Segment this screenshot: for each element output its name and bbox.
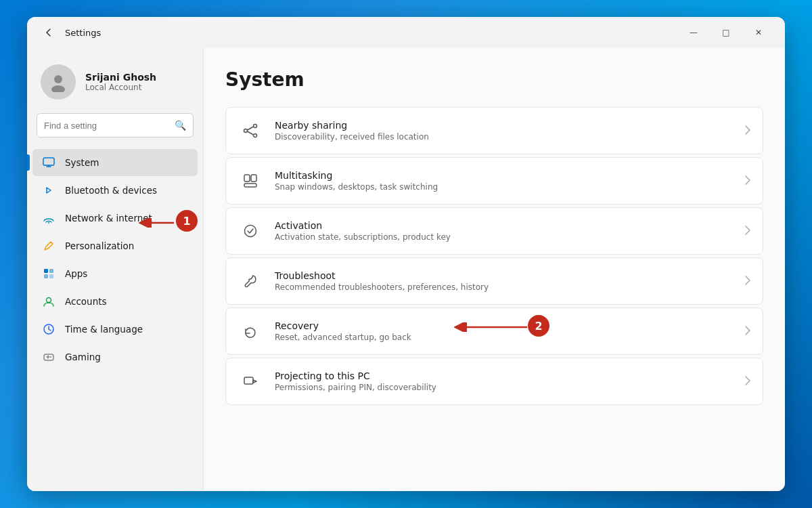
maximize-button[interactable]: □ [710, 22, 742, 43]
activation-title: Activation [275, 220, 733, 231]
multitasking-text: MultitaskingSnap windows, desktops, task… [275, 170, 733, 192]
settings-item-recovery[interactable]: RecoveryReset, advanced startup, go back [225, 308, 763, 355]
sidebar-item-apps[interactable]: Apps [32, 260, 198, 287]
nearby-sharing-text: Nearby sharingDiscoverability, received … [275, 120, 733, 142]
sidebar: Srijani Ghosh Local Account 🔍 SystemBlue… [27, 48, 203, 491]
troubleshoot-chevron [745, 276, 750, 287]
sidebar-item-accounts[interactable]: Accounts [32, 288, 198, 315]
svg-rect-5 [49, 269, 53, 273]
troubleshoot-icon [238, 269, 263, 293]
sidebar-item-system[interactable]: System [32, 149, 198, 176]
recovery-chevron [745, 326, 750, 337]
svg-point-13 [254, 134, 257, 137]
search-box[interactable]: 🔍 [37, 113, 194, 137]
sidebar-item-network[interactable]: Network & internet [32, 205, 198, 232]
main-content: Srijani Ghosh Local Account 🔍 SystemBlue… [27, 48, 785, 491]
user-section: Srijani Ghosh Local Account [27, 56, 203, 113]
settings-item-troubleshoot[interactable]: TroubleshootRecommended troubleshooters,… [225, 257, 763, 305]
svg-rect-6 [44, 274, 48, 278]
svg-point-18 [245, 226, 256, 237]
network-icon [42, 211, 55, 225]
svg-point-11 [50, 356, 51, 358]
search-icon: 🔍 [175, 120, 186, 131]
gaming-icon [42, 350, 55, 364]
personalization-icon [42, 239, 55, 253]
sidebar-item-label-system: System [65, 157, 99, 168]
multitasking-icon [238, 169, 263, 193]
time-icon [42, 322, 55, 336]
svg-point-1 [51, 85, 65, 92]
user-name: Srijani Ghosh [85, 72, 156, 83]
svg-point-0 [54, 75, 62, 83]
multitasking-title: Multitasking [275, 170, 733, 181]
bluetooth-icon [42, 184, 55, 197]
titlebar: Settings — □ ✕ [27, 17, 785, 48]
nearby-sharing-desc: Discoverability, received files location [275, 132, 733, 142]
projecting-icon [238, 369, 263, 394]
search-input[interactable] [44, 121, 175, 131]
sidebar-item-label-personalization: Personalization [65, 240, 134, 251]
sidebar-item-gaming[interactable]: Gaming [32, 343, 198, 371]
troubleshoot-text: TroubleshootRecommended troubleshooters,… [275, 270, 733, 292]
sidebar-item-label-apps: Apps [65, 268, 87, 279]
close-button[interactable]: ✕ [743, 22, 774, 43]
activation-chevron [745, 226, 750, 237]
avatar [41, 64, 76, 100]
troubleshoot-desc: Recommended troubleshooters, preferences… [275, 282, 733, 292]
svg-rect-16 [251, 175, 256, 182]
user-account-type: Local Account [85, 83, 156, 92]
nearby-sharing-chevron [745, 125, 750, 137]
svg-point-8 [47, 298, 51, 303]
multitasking-chevron [745, 175, 750, 187]
troubleshoot-title: Troubleshoot [275, 270, 733, 281]
minimize-button[interactable]: — [678, 22, 709, 43]
activation-text: ActivationActivation state, subscription… [275, 220, 733, 242]
activation-icon [238, 219, 263, 243]
settings-item-nearby-sharing[interactable]: Nearby sharingDiscoverability, received … [225, 107, 763, 154]
window-title: Settings [65, 28, 678, 38]
back-button[interactable] [38, 22, 60, 43]
svg-rect-7 [49, 274, 53, 278]
content-area: System Nearby sharingDiscoverability, re… [203, 48, 785, 491]
recovery-desc: Reset, advanced startup, go back [275, 333, 733, 342]
sidebar-item-label-gaming: Gaming [65, 352, 101, 362]
page-title: System [225, 68, 763, 91]
projecting-chevron [745, 376, 750, 387]
sidebar-item-label-bluetooth: Bluetooth & devices [65, 185, 157, 196]
settings-item-projecting[interactable]: Projecting to this PCPermissions, pairin… [225, 358, 763, 405]
activation-desc: Activation state, subscriptions, product… [275, 232, 733, 242]
recovery-text: RecoveryReset, advanced startup, go back [275, 320, 733, 342]
accounts-icon [42, 295, 55, 308]
sidebar-item-time[interactable]: Time & language [32, 316, 198, 343]
user-info: Srijani Ghosh Local Account [85, 72, 156, 92]
apps-icon [42, 267, 55, 280]
settings-item-activation[interactable]: ActivationActivation state, subscription… [225, 207, 763, 255]
svg-point-14 [244, 129, 248, 133]
recovery-icon [238, 319, 263, 343]
svg-point-3 [48, 222, 49, 224]
multitasking-desc: Snap windows, desktops, task switching [275, 182, 733, 192]
svg-rect-17 [244, 184, 256, 187]
svg-rect-2 [43, 158, 54, 165]
sidebar-item-label-accounts: Accounts [65, 296, 107, 307]
projecting-title: Projecting to this PC [275, 371, 733, 381]
window-controls: — □ ✕ [678, 22, 774, 43]
settings-window: Settings — □ ✕ Srijani Ghosh Local Accou… [27, 17, 785, 491]
nearby-sharing-icon [238, 119, 263, 143]
svg-point-12 [254, 125, 257, 128]
svg-rect-15 [244, 175, 250, 182]
sidebar-item-personalization[interactable]: Personalization [32, 232, 198, 259]
system-icon [42, 156, 55, 169]
sidebar-item-bluetooth[interactable]: Bluetooth & devices [32, 177, 198, 204]
nav-list: SystemBluetooth & devicesNetwork & inter… [27, 148, 203, 371]
sidebar-item-label-time: Time & language [65, 324, 143, 335]
projecting-desc: Permissions, pairing PIN, discoverabilit… [275, 383, 733, 392]
svg-rect-4 [44, 269, 48, 273]
settings-item-multitasking[interactable]: MultitaskingSnap windows, desktops, task… [225, 157, 763, 205]
recovery-title: Recovery [275, 320, 733, 331]
sidebar-item-label-network: Network & internet [65, 213, 152, 224]
projecting-text: Projecting to this PCPermissions, pairin… [275, 371, 733, 392]
settings-list: Nearby sharingDiscoverability, received … [225, 107, 763, 405]
svg-rect-19 [244, 377, 253, 384]
nearby-sharing-title: Nearby sharing [275, 120, 733, 131]
